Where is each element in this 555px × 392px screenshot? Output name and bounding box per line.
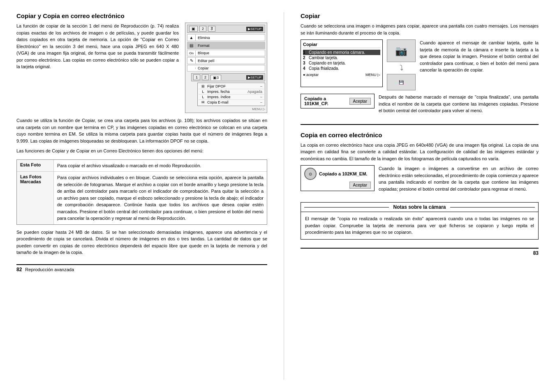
menu-item-format: ▤ Format — [187, 42, 265, 49]
submenu-dpof: ⊞ Fijar DPOF – — [199, 84, 264, 89]
email-icon: ✉ — [200, 100, 206, 104]
submenu-fecha: L Impres. fecha Apagada — [199, 89, 264, 95]
bloque-label: Bloque — [196, 50, 265, 56]
left-title: Copiar y Copia en correo electrónico — [16, 12, 267, 19]
copiar-title: Copiar — [301, 12, 539, 19]
submenu-top-tabs: 1 2 ▣3 ▶SETUP — [191, 73, 265, 81]
submenu-box: ⊞ Fijar DPOF – L Impres. fecha Apagada L… — [197, 83, 265, 106]
copy-item-2: 2 Cambiar tarjeta. — [303, 55, 380, 60]
menu-item-bloque: On Bloque — [187, 50, 265, 56]
copy-num-3: 3 — [303, 61, 309, 65]
menu-tab-icon: ▣ — [189, 26, 198, 32]
indice-label: Impres. índice — [206, 95, 260, 99]
menu-setup-btn: ▶SETUP — [246, 27, 263, 31]
copy-footer-menu: MENU ▷ — [365, 73, 380, 77]
copy-footer-aceptar: ●:aceptar — [303, 73, 319, 77]
copiar-section: Copiar Cuando se selecciona una imagen o… — [301, 12, 539, 118]
copiado-cp-btn[interactable]: Aceptar — [349, 98, 371, 105]
notas-content: El mensaje de "copia no realizada o real… — [301, 212, 538, 239]
notas-title: Notas sobre la cámara — [389, 204, 450, 210]
dpof-value: – — [260, 84, 262, 88]
left-bottom-bar: 82 Reproducción avanzada — [16, 264, 267, 272]
left-page-num: 82 — [16, 267, 22, 272]
fecha-icon: L — [200, 90, 206, 94]
table-row-esta-foto: Esta Foto Para copiar el archivo visuali… — [17, 160, 267, 172]
copiado-em-label: Copiado a 102KM_EM. — [319, 171, 367, 176]
copiado-cp-note: Después de haberse marcado el mensaje de… — [379, 94, 539, 114]
sub-setup-btn: ▶SETUP — [246, 75, 263, 80]
menu-item-elimina: ▲ Elimina — [187, 34, 265, 41]
email-section: Copia en correo electrónico La copia en … — [301, 131, 539, 196]
fecha-value: Apagada — [247, 90, 262, 94]
indice-icon: L — [200, 95, 206, 99]
left-footer-p1: Se pueden copiar hasta 24 MB de datos. S… — [16, 229, 267, 256]
copy-num-2: 2 — [303, 55, 309, 60]
camera-diagram-area: 📷 ⤵ 💾 — [387, 39, 416, 90]
copy-text-2: Cambiar tarjeta. — [309, 55, 380, 60]
menu-tab-1: 2 — [199, 26, 206, 32]
email-p1: La copia en correo electrónico hace una … — [301, 142, 539, 162]
bloque-icon: On — [187, 51, 196, 56]
editar-label: Editar pelí — [196, 58, 265, 64]
copy-menu-box: Copiar 1 Copiando en memoria cámara. 2 C… — [301, 39, 383, 87]
left-p3: Las funciones de Copiar y de Copiar en u… — [16, 148, 267, 154]
notas-line-right — [450, 207, 535, 208]
left-p2: Cuando se utiliza la función de Copiar, … — [16, 117, 267, 144]
sub-tab-2: 2 — [202, 74, 209, 80]
copy-num-1: 1 — [303, 50, 309, 55]
options-table: Esta Foto Para copiar el archivo visuali… — [16, 159, 267, 225]
copiado-em-btn[interactable]: Aceptar — [349, 182, 371, 189]
copiado-em-inner: ⊙ Copiado a 102KM_EM. — [304, 168, 367, 180]
page-container: Copiar y Copia en correo electrónico ▣ 2… — [0, 0, 555, 392]
las-fotos-content: Para copiar archivos individuales o en b… — [54, 172, 267, 224]
copiar-intro: Cuando se selecciona una imagen o imágen… — [301, 23, 539, 36]
dpof-label: Fijar DPOF — [206, 84, 260, 88]
copiar-icon — [187, 67, 196, 69]
email-label: Copia E-mail — [206, 100, 260, 104]
format-label: Format — [196, 43, 265, 48]
copiado-cp-label: Copiado a 101KM_CP. — [304, 96, 346, 106]
right-page-num: 83 — [533, 250, 539, 256]
menu-top-tabs: ▣ 2 3̄ ▶SETUP — [187, 25, 265, 33]
menu-screenshot: ▣ 2 3̄ ▶SETUP ▲ Elimina ▤ Format On Bloq… — [185, 23, 267, 113]
menu-item-editar: ✎ Editar pelí — [187, 57, 265, 64]
sub-tab-1: 1 — [193, 74, 200, 80]
esta-foto-label: Esta Foto — [17, 160, 54, 172]
arrow-icon: ⤵ — [400, 64, 403, 72]
dpof-icon: ⊞ — [200, 84, 206, 88]
submenu-indice: L Impres. índice – — [199, 95, 264, 100]
submenu-email: ✉ Copia E-mail – — [199, 100, 264, 105]
sub-tab-3: ▣3 — [210, 75, 221, 80]
copy-item-3: 3 Copiando en tarjeta. — [303, 60, 380, 66]
fecha-label: Impres. fecha — [206, 90, 247, 94]
copiado-cp-box: Copiado a 101KM_CP. Aceptar — [301, 94, 375, 108]
left-page-label: Reproducción avanzada — [25, 267, 74, 272]
elimina-label: Elimina — [196, 35, 265, 41]
indice-value: – — [260, 95, 262, 99]
notas-line-left — [304, 207, 389, 208]
left-column: Copiar y Copia en correo electrónico ▣ 2… — [16, 12, 267, 380]
copiado-circle-icon: ⊙ — [304, 168, 317, 180]
esta-foto-content: Para copiar el archivo visualizado o mar… — [54, 160, 267, 172]
menu-tab-2: 3̄ — [208, 26, 215, 32]
menu-footer: MENU ▷ — [187, 107, 265, 111]
menu-item-copiar: Copiar — [187, 65, 265, 71]
copy-item-1: 1 Copiando en memoria cámara. — [303, 50, 380, 55]
copiar-menu-area: Copiar 1 Copiando en memoria cámara. 2 C… — [301, 39, 539, 90]
notas-box: Notas sobre la cámara El mensaje de "cop… — [301, 202, 539, 240]
copiado-em-area: ⊙ Copiado a 102KM_EM. Aceptar Cuando la … — [301, 165, 539, 196]
copiado-cp-area: Copiado a 101KM_CP. Aceptar Después de h… — [301, 94, 539, 118]
card-icon: 💾 — [387, 74, 416, 90]
table-row-las-fotos: Las Fotos Marcadas Para copiar archivos … — [17, 172, 267, 224]
copy-menu-title: Copiar — [303, 42, 380, 48]
copy-note-area: Cuando aparece el mensaje de cambiar tar… — [420, 39, 539, 90]
right-bottom-bar: 83 — [301, 248, 539, 256]
copy-text-3: Copiando en tarjeta. — [309, 61, 380, 65]
email-value: – — [260, 100, 262, 104]
editar-icon: ✎ — [187, 58, 196, 64]
copiado-em-box: ⊙ Copiado a 102KM_EM. Aceptar — [301, 165, 375, 191]
copy-num-4: 4 — [303, 66, 309, 71]
las-fotos-label: Las Fotos Marcadas — [17, 172, 54, 224]
copy-text-4: Copia fhializada. — [309, 66, 380, 71]
copy-item-4: 4 Copia fhializada. — [303, 66, 380, 71]
